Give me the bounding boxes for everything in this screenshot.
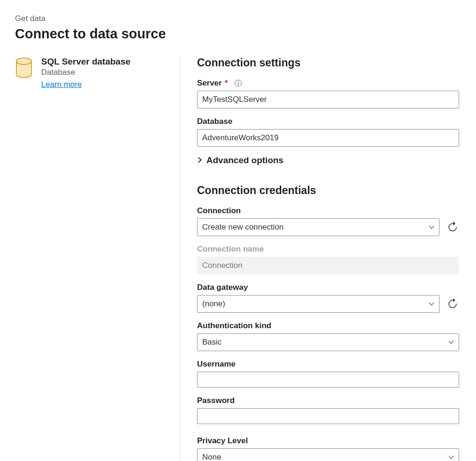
- refresh-icon: [447, 298, 458, 310]
- svg-point-2: [238, 81, 239, 82]
- advanced-options-toggle[interactable]: Advanced options: [197, 155, 459, 166]
- refresh-connection-button[interactable]: [446, 218, 459, 236]
- section-connection-settings: Connection settings: [197, 57, 459, 69]
- chevron-right-icon: [197, 155, 203, 166]
- connection-label: Connection: [197, 206, 439, 216]
- privacy-select[interactable]: None: [197, 448, 459, 461]
- svg-rect-3: [238, 83, 238, 85]
- source-name: SQL Server database: [41, 57, 167, 67]
- info-icon[interactable]: [234, 79, 242, 87]
- required-indicator: *: [225, 79, 228, 88]
- learn-more-link[interactable]: Learn more: [41, 80, 82, 89]
- server-label: Server *: [197, 79, 459, 88]
- password-input[interactable]: [197, 408, 459, 424]
- page-title: Connect to data source: [15, 26, 461, 42]
- source-category: Database: [41, 68, 167, 77]
- username-label: Username: [197, 360, 459, 369]
- database-input[interactable]: [197, 129, 459, 147]
- server-input[interactable]: [197, 91, 459, 108]
- gateway-label: Data gateway: [197, 283, 439, 292]
- username-input[interactable]: [197, 372, 459, 388]
- connection-name-label: Connection name: [197, 245, 459, 254]
- source-info-panel: SQL Server database Database Learn more: [15, 57, 180, 461]
- connection-select[interactable]: Create new connection: [197, 218, 439, 236]
- breadcrumb: Get data: [15, 14, 461, 23]
- password-label: Password: [197, 396, 459, 405]
- privacy-label: Privacy Level: [197, 436, 459, 446]
- auth-kind-label: Authentication kind: [197, 321, 459, 331]
- refresh-icon: [447, 222, 458, 233]
- refresh-gateway-button[interactable]: [446, 295, 459, 313]
- database-icon: [15, 57, 33, 80]
- section-connection-credentials: Connection credentials: [197, 184, 459, 197]
- database-label: Database: [197, 117, 459, 126]
- gateway-select[interactable]: (none): [197, 295, 439, 313]
- auth-kind-select[interactable]: Basic: [197, 333, 459, 351]
- connection-name-input: [197, 257, 459, 274]
